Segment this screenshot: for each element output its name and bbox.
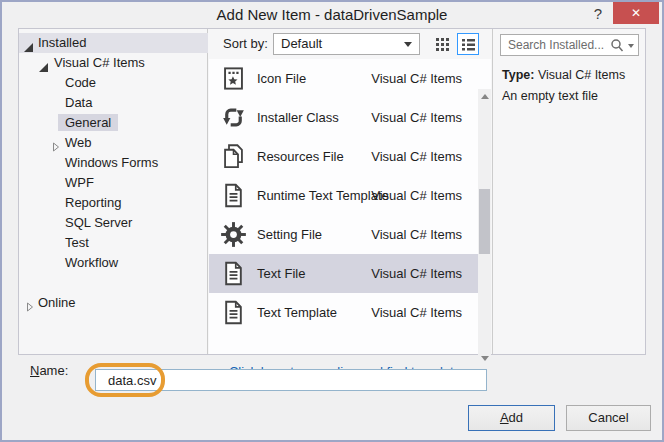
name-label: Name: <box>30 360 68 382</box>
tree-item-label: Reporting <box>65 193 121 213</box>
tree-item-label: Data <box>65 93 92 113</box>
icon-file-icon <box>220 65 247 92</box>
category-tree: Installed Visual C# Items Code Data Gene… <box>19 29 208 354</box>
chevron-down-icon <box>404 42 412 47</box>
template-row-installer-class[interactable]: Installer Class Visual C# Items <box>209 98 479 137</box>
template-category: Visual C# Items <box>371 254 462 293</box>
template-row-setting-file[interactable]: Setting File Visual C# Items <box>209 215 479 254</box>
triangle-up-icon <box>481 94 489 99</box>
template-info: Type: Visual C# Items An empty text file <box>502 65 625 107</box>
tree-item-sql-server[interactable]: SQL Server <box>19 213 208 233</box>
small-icons-view-button[interactable] <box>431 33 453 55</box>
template-name: Text Template <box>257 293 337 332</box>
tree-item-installed[interactable]: Installed <box>19 33 208 53</box>
template-list: Icon File Visual C# Items Installer Clas… <box>209 59 491 354</box>
sort-by-dropdown[interactable]: Default <box>273 33 420 55</box>
template-category: Visual C# Items <box>371 176 462 215</box>
template-description: An empty text file <box>502 86 625 107</box>
tree-item-data[interactable]: Data <box>19 93 208 113</box>
small-icons-view-icon <box>435 37 449 51</box>
cancel-button[interactable]: Cancel <box>566 405 651 431</box>
template-category: Visual C# Items <box>371 293 462 332</box>
list-view-icon <box>461 38 475 51</box>
template-list-column: Sort by: Default <box>209 29 491 354</box>
template-category: Visual C# Items <box>371 98 462 137</box>
tree-item-label: Web <box>65 133 92 153</box>
close-button[interactable]: ✕ <box>613 2 659 24</box>
template-name: Installer Class <box>257 98 339 137</box>
template-row-text-file-selected[interactable]: Text File Visual C# Items <box>209 254 479 293</box>
tree-item-label: Visual C# Items <box>54 53 145 73</box>
list-view-button[interactable] <box>457 33 479 55</box>
sort-by-value: Default <box>281 36 322 51</box>
tree-item-windows-forms[interactable]: Windows Forms <box>19 153 208 173</box>
tree-item-test[interactable]: Test <box>19 233 208 253</box>
name-input[interactable] <box>95 369 487 391</box>
tree-item-label: Code <box>65 73 96 93</box>
resources-file-icon <box>220 143 247 170</box>
template-name: Setting File <box>257 215 322 254</box>
collapsed-triangle-icon[interactable] <box>26 298 34 318</box>
template-name: Icon File <box>257 59 306 98</box>
triangle-down-icon <box>481 356 489 361</box>
chevron-down-icon[interactable] <box>628 44 634 48</box>
template-row-text-template[interactable]: Text Template Visual C# Items <box>209 293 479 332</box>
tree-item-label: Installed <box>38 33 86 53</box>
template-row-icon-file[interactable]: Icon File Visual C# Items <box>209 59 479 98</box>
tree-item-label: Online <box>38 293 76 313</box>
tree-item-label: WPF <box>65 173 94 193</box>
tree-item-reporting[interactable]: Reporting <box>19 193 208 213</box>
sort-by-label: Sort by: <box>223 29 268 59</box>
text-template-icon <box>220 182 247 209</box>
dialog-title: Add New Item - dataDrivenSample <box>2 2 662 28</box>
template-name: Text File <box>257 254 305 293</box>
tree-item-online[interactable]: Online <box>19 293 208 313</box>
tree-item-web[interactable]: Web <box>19 133 208 153</box>
search-icon <box>610 38 624 53</box>
template-category: Visual C# Items <box>371 215 462 254</box>
tree-item-general[interactable]: General <box>19 113 208 133</box>
tree-item-label: Windows Forms <box>65 153 158 173</box>
add-new-item-dialog: Add New Item - dataDrivenSample ? ✕ Inst… <box>0 0 664 442</box>
tree-item-label: Workflow <box>65 253 118 273</box>
installer-class-icon <box>220 104 247 131</box>
template-category: Visual C# Items <box>371 59 462 98</box>
help-button[interactable]: ? <box>590 5 606 22</box>
search-box[interactable] <box>500 34 639 56</box>
type-value: Visual C# Items <box>538 68 625 82</box>
add-button[interactable]: Add <box>468 405 555 431</box>
close-icon: ✕ <box>631 6 641 20</box>
text-template-icon <box>220 299 247 326</box>
content-area: Installed Visual C# Items Code Data Gene… <box>18 28 646 355</box>
tree-item-wpf[interactable]: WPF <box>19 173 208 193</box>
title-bar: Add New Item - dataDrivenSample ? ✕ <box>2 2 662 28</box>
template-row-resources-file[interactable]: Resources File Visual C# Items <box>209 137 479 176</box>
scrollbar-thumb[interactable] <box>479 189 490 254</box>
tree-item-visual-csharp-items[interactable]: Visual C# Items <box>19 53 208 73</box>
setting-gear-icon <box>220 221 247 248</box>
tree-item-code[interactable]: Code <box>19 73 208 93</box>
template-category: Visual C# Items <box>371 137 462 176</box>
sort-toolbar: Sort by: Default <box>209 29 491 59</box>
template-row-runtime-text-template[interactable]: Runtime Text Template Visual C# Items <box>209 176 479 215</box>
tree-item-label: SQL Server <box>65 213 132 233</box>
help-icon: ? <box>594 5 602 22</box>
type-label: Type: <box>502 68 534 82</box>
info-panel: Type: Visual C# Items An empty text file <box>492 29 645 354</box>
list-scrollbar[interactable] <box>478 89 491 366</box>
tree-item-label-selected: General <box>58 114 118 131</box>
tree-item-label: Test <box>65 233 89 253</box>
template-name: Resources File <box>257 137 344 176</box>
tree-item-workflow[interactable]: Workflow <box>19 253 208 273</box>
template-name: Runtime Text Template <box>257 176 389 215</box>
text-file-icon <box>220 260 247 287</box>
scroll-up-button[interactable] <box>478 89 491 104</box>
